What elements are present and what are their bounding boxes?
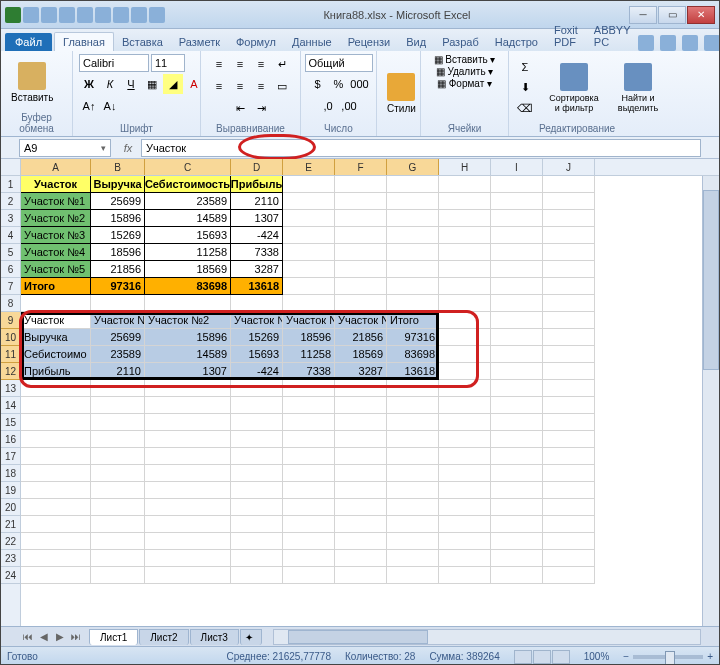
- cell[interactable]: [491, 397, 543, 414]
- zoom-value[interactable]: 100%: [584, 651, 610, 662]
- cell[interactable]: [439, 448, 491, 465]
- cell[interactable]: [283, 431, 335, 448]
- cell[interactable]: [387, 261, 439, 278]
- cell[interactable]: [335, 482, 387, 499]
- row-header[interactable]: 17: [1, 448, 20, 465]
- cell[interactable]: [283, 516, 335, 533]
- font-select[interactable]: Calibri: [79, 54, 149, 72]
- cell[interactable]: [387, 193, 439, 210]
- cell[interactable]: [543, 567, 595, 584]
- cell[interactable]: [283, 448, 335, 465]
- col-header[interactable]: F: [335, 159, 387, 175]
- cell[interactable]: 23589: [91, 346, 145, 363]
- cell[interactable]: [543, 193, 595, 210]
- cell[interactable]: 25699: [91, 329, 145, 346]
- cell[interactable]: 3287: [335, 363, 387, 380]
- horizontal-scrollbar[interactable]: [273, 629, 701, 645]
- cells[interactable]: УчастокВыручкаСебистоимостьПрибыльУчасто…: [21, 176, 719, 584]
- cell[interactable]: [21, 516, 91, 533]
- tab-developer[interactable]: Разраб: [434, 33, 487, 51]
- cell[interactable]: [283, 295, 335, 312]
- cell[interactable]: [231, 550, 283, 567]
- cell[interactable]: Прибыль: [231, 176, 283, 193]
- tab-file[interactable]: Файл: [5, 33, 52, 51]
- name-box[interactable]: A9: [19, 139, 111, 157]
- minimize-ribbon-icon[interactable]: [660, 35, 676, 51]
- cell[interactable]: [543, 414, 595, 431]
- cell[interactable]: [91, 499, 145, 516]
- tab-layout[interactable]: Разметк: [171, 33, 228, 51]
- cell[interactable]: [439, 550, 491, 567]
- cell[interactable]: 18569: [335, 346, 387, 363]
- cell[interactable]: [21, 295, 91, 312]
- cell[interactable]: 11258: [145, 244, 231, 261]
- row-header[interactable]: 16: [1, 431, 20, 448]
- tab-addins[interactable]: Надстро: [487, 33, 546, 51]
- cell[interactable]: [491, 533, 543, 550]
- row-header[interactable]: 7: [1, 278, 20, 295]
- cell[interactable]: [335, 295, 387, 312]
- cell[interactable]: [283, 193, 335, 210]
- cell[interactable]: [491, 210, 543, 227]
- cell[interactable]: [231, 533, 283, 550]
- cell[interactable]: [335, 397, 387, 414]
- cell[interactable]: [543, 278, 595, 295]
- row-header[interactable]: 23: [1, 550, 20, 567]
- cell[interactable]: [91, 516, 145, 533]
- col-header[interactable]: B: [91, 159, 145, 175]
- row-header[interactable]: 1: [1, 176, 20, 193]
- cell[interactable]: [543, 363, 595, 380]
- cell[interactable]: [283, 499, 335, 516]
- cell[interactable]: [387, 482, 439, 499]
- cell[interactable]: [543, 499, 595, 516]
- cell[interactable]: Итого: [21, 278, 91, 295]
- border-button[interactable]: ▦: [142, 74, 162, 94]
- select-all-corner[interactable]: [1, 159, 21, 176]
- cell[interactable]: [21, 499, 91, 516]
- cell[interactable]: [439, 261, 491, 278]
- cell[interactable]: [439, 193, 491, 210]
- cell[interactable]: [543, 431, 595, 448]
- cell[interactable]: [231, 380, 283, 397]
- cell[interactable]: [231, 567, 283, 584]
- tab-home[interactable]: Главная: [54, 32, 114, 51]
- row-header[interactable]: 11: [1, 346, 20, 363]
- cell[interactable]: Участок №2: [145, 312, 231, 329]
- cell[interactable]: [145, 397, 231, 414]
- row-header[interactable]: 19: [1, 482, 20, 499]
- cell[interactable]: [491, 499, 543, 516]
- row-header[interactable]: 5: [1, 244, 20, 261]
- row-header[interactable]: 14: [1, 397, 20, 414]
- cell[interactable]: [145, 516, 231, 533]
- qat-icon[interactable]: [95, 7, 111, 23]
- cell[interactable]: [145, 550, 231, 567]
- cell[interactable]: [387, 550, 439, 567]
- cell[interactable]: [387, 278, 439, 295]
- qat-icon[interactable]: [131, 7, 147, 23]
- cell[interactable]: [283, 397, 335, 414]
- fill-down-button[interactable]: ⬇: [515, 78, 535, 98]
- cell[interactable]: 83698: [145, 278, 231, 295]
- cell[interactable]: Выручка: [91, 176, 145, 193]
- cell[interactable]: [439, 567, 491, 584]
- cell[interactable]: [335, 516, 387, 533]
- cell[interactable]: [543, 533, 595, 550]
- cell[interactable]: [145, 567, 231, 584]
- cell[interactable]: [439, 499, 491, 516]
- sheet-tab[interactable]: Лист2: [139, 629, 188, 645]
- cell[interactable]: [335, 210, 387, 227]
- col-header[interactable]: A: [21, 159, 91, 175]
- cell[interactable]: [21, 482, 91, 499]
- cell[interactable]: 25699: [91, 193, 145, 210]
- cell[interactable]: [91, 295, 145, 312]
- cell[interactable]: [231, 448, 283, 465]
- cell[interactable]: [387, 244, 439, 261]
- row-header[interactable]: 3: [1, 210, 20, 227]
- cell[interactable]: [439, 176, 491, 193]
- qat-icon[interactable]: [113, 7, 129, 23]
- sheet-tab[interactable]: Лист3: [190, 629, 239, 645]
- cell[interactable]: [335, 380, 387, 397]
- fill-button[interactable]: ◢: [163, 74, 183, 94]
- cell[interactable]: [491, 550, 543, 567]
- cell[interactable]: [543, 176, 595, 193]
